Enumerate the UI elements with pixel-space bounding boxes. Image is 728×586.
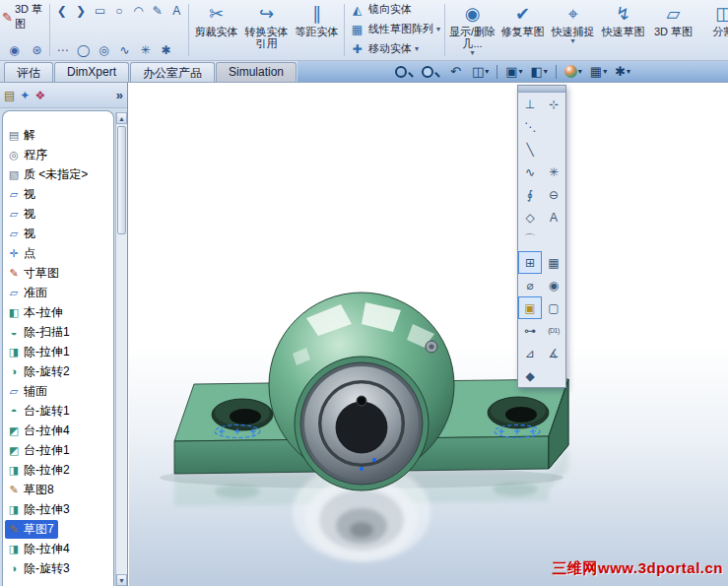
sketch-point[interactable] xyxy=(360,467,364,471)
tab-dimxpert[interactable]: DimXpert xyxy=(54,62,129,82)
scene-icon[interactable]: ▦▾ xyxy=(590,63,607,81)
convert-entities-button[interactable]: ↪ 转换实体引用 xyxy=(241,0,292,60)
tree-item-plane-2[interactable]: ▱ 视 xyxy=(3,204,113,224)
zoom-fit-icon[interactable] xyxy=(395,63,414,81)
snap-dimension-d1-icon[interactable]: (D1) xyxy=(542,319,565,342)
snap-axis-icon[interactable]: ⊥ xyxy=(518,93,542,115)
snap-check-icon[interactable]: ◇ xyxy=(518,206,542,228)
palette-blank-2[interactable] xyxy=(542,138,565,161)
view-settings-icon[interactable]: ✱▾ xyxy=(615,63,630,81)
rapid-sketch-button[interactable]: ↯ 快速草图 xyxy=(598,0,648,60)
headsup-separator-2[interactable] xyxy=(556,65,557,79)
mirror-entities-button[interactable]: ◭ 镜向实体 xyxy=(349,0,440,19)
snap-disable-icon[interactable]: ⊖ xyxy=(542,183,565,206)
tree-item-cut-revolve2[interactable]: ◑ 除-旋转2 xyxy=(3,361,113,381)
dots-tool-icon[interactable]: ⋯ xyxy=(54,41,71,58)
display-style-icon[interactable]: ◧▾ xyxy=(531,63,548,81)
snap-spring-icon[interactable]: ∮ xyxy=(518,183,542,206)
sketch-point[interactable] xyxy=(372,458,376,462)
tab-evaluate[interactable]: 评估 xyxy=(4,62,53,82)
snap-grid-icon[interactable]: ▦ xyxy=(542,251,565,274)
graphics-area[interactable]: ⊥ ⊹ ⋱ ╲ xyxy=(129,83,728,586)
trim-entities-button[interactable]: ✂ 剪裁实体 xyxy=(191,0,241,60)
sketch-settings-icon[interactable]: ⊛ xyxy=(29,41,45,58)
spline-tool-icon[interactable]: ∿ xyxy=(116,41,133,58)
scroll-thumb[interactable] xyxy=(117,126,126,234)
tree-item-cut-extrude3[interactable]: ◨ 除-拉伸3 xyxy=(3,499,113,519)
quick-snaps-palette[interactable]: ⊥ ⊹ ⋱ ╲ xyxy=(517,85,566,388)
snap-sketch-line-icon[interactable]: ⋱ xyxy=(518,115,542,138)
snap-spline-icon[interactable]: ∿ xyxy=(518,161,542,183)
palette-blank-4[interactable] xyxy=(542,364,565,387)
move-entities-button[interactable]: ✚ 移动实体 ▾ xyxy=(349,39,440,58)
snap-point-icon[interactable]: ✳ xyxy=(542,161,565,183)
ellipse-tool-icon[interactable]: ◯ xyxy=(75,41,92,58)
panel-expand-chevron[interactable]: » xyxy=(116,88,123,102)
back-icon[interactable]: ❮ xyxy=(54,2,69,19)
circle-tool-icon[interactable]: ○ xyxy=(111,2,126,19)
snap-visibility-icon[interactable]: ◉ xyxy=(542,274,565,296)
tree-item-plane-1[interactable]: ▱ 视 xyxy=(3,184,113,204)
palette-drag-handle[interactable] xyxy=(518,86,565,93)
scroll-down-button[interactable]: ▼ xyxy=(116,574,127,586)
tree-item-boss-extrude[interactable]: ◧ 本-拉伸 xyxy=(3,302,113,322)
featuremanager-tab-icon[interactable]: ▤ xyxy=(4,89,15,102)
tree-item-origin[interactable]: ✛ 点 xyxy=(3,243,113,263)
zoom-area-icon[interactable] xyxy=(422,63,440,81)
tree-item-cut-revolve3[interactable]: ◑ 除-旋转3 xyxy=(3,558,113,578)
tree-item-cut-extrude2[interactable]: ◨ 除-拉伸2 xyxy=(3,460,113,480)
tree-item-cut-extrude1[interactable]: ◨ 除-拉伸1 xyxy=(3,342,113,361)
sketch-3d-plane-button[interactable]: ▱ 3D 草图 xyxy=(648,0,698,60)
snap-shield-icon[interactable]: ◆ xyxy=(518,364,542,387)
tree-item-boss-extrude4[interactable]: ◩ 台-拉伸4 xyxy=(3,421,113,440)
snap-angle-icon[interactable]: ∡ xyxy=(542,342,565,364)
view-orientation-small-icon[interactable]: ◉ xyxy=(6,41,23,58)
view-orientation-icon[interactable]: ▣▾ xyxy=(505,63,522,81)
repair-sketch-button[interactable]: ✔ 修复草图 xyxy=(497,0,548,60)
tab-office-products[interactable]: 办公室产品 xyxy=(130,62,215,82)
snap-diameter-icon[interactable]: ⌀ xyxy=(518,274,542,296)
snap-rectangle-icon[interactable]: ▢ xyxy=(542,296,565,319)
propertymanager-tab-icon[interactable]: ✦ xyxy=(20,89,30,102)
snap-connector-icon[interactable]: ⊶ xyxy=(518,319,542,342)
tree-item-program[interactable]: ◎ 程序 xyxy=(3,145,113,164)
appearances-icon[interactable]: ▾ xyxy=(564,63,582,81)
tab-simulation[interactable]: Simulation xyxy=(216,62,297,82)
arc-tool-icon[interactable]: ◠ xyxy=(131,2,146,19)
tree-scrollbar[interactable]: ▲ ▼ xyxy=(115,112,127,586)
tree-item-cut-extrude4[interactable]: ◨ 除-拉伸4 xyxy=(3,539,113,558)
split-entities-button[interactable]: ◫ 分割 xyxy=(698,0,728,60)
snap-centerline-icon[interactable]: ╲ xyxy=(518,138,542,161)
snap-grid-axis-icon[interactable]: ⊞ xyxy=(518,251,542,274)
headsup-separator-1[interactable] xyxy=(496,65,497,79)
point-tool-icon[interactable]: ✳ xyxy=(137,41,154,58)
asterisk-tool-icon[interactable]: ✱ xyxy=(158,41,174,58)
tree-item-sketch8[interactable]: ✎ 草图8 xyxy=(3,480,113,499)
tree-item-boss-extrude1[interactable]: ◩ 台-拉伸1 xyxy=(3,440,113,460)
tree-item-layout-sketch[interactable]: ✎ 寸草图 xyxy=(3,263,113,283)
tree-item-sketch7[interactable]: ✎ 草图7 xyxy=(3,519,113,539)
snap-cylinder-icon[interactable]: ▣ xyxy=(518,296,542,319)
configurationmanager-tab-icon[interactable]: ❖ xyxy=(34,89,45,102)
tree-item-cut-sweep1[interactable]: ◒ 除-扫描1 xyxy=(3,322,113,342)
snap-text-icon[interactable]: A xyxy=(542,206,565,228)
snap-move-icon[interactable]: ⊹ xyxy=(542,93,565,115)
offset-entities-button[interactable]: ∥ 等距实体 xyxy=(292,0,342,60)
snap-triangle-icon[interactable]: ⊿ xyxy=(518,342,542,364)
bolt-hole-right[interactable] xyxy=(488,397,549,428)
display-delete-relations-button[interactable]: ◉ 显示/删除几... ▾ xyxy=(447,0,497,60)
quick-snaps-button[interactable]: ⌖ 快速捕捉 ▾ xyxy=(548,0,598,60)
snap-curve-icon[interactable]: ⌒ xyxy=(518,228,542,251)
tree-item-ref-plane[interactable]: ▱ 准面 xyxy=(3,283,113,302)
tree-item-material[interactable]: ▧ 质 <未指定> xyxy=(3,164,113,184)
text-tool-icon[interactable]: A xyxy=(169,2,184,19)
palette-blank-3[interactable] xyxy=(542,228,565,251)
linear-sketch-pattern-button[interactable]: ▦ 线性草图阵列 ▾ xyxy=(349,20,440,38)
section-view-icon[interactable]: ◫▾ xyxy=(472,63,489,81)
previous-view-icon[interactable]: ↶ xyxy=(448,63,464,81)
scroll-up-button[interactable]: ▲ xyxy=(116,112,127,124)
tree-item-boss-revolve1[interactable]: ◓ 台-旋转1 xyxy=(3,401,113,421)
perimeter-circle-tool-icon[interactable]: ◎ xyxy=(96,41,112,58)
tree-item-aux-plane[interactable]: ▱ 辅面 xyxy=(3,381,113,401)
rectangle-tool-icon[interactable]: ▭ xyxy=(93,2,107,19)
